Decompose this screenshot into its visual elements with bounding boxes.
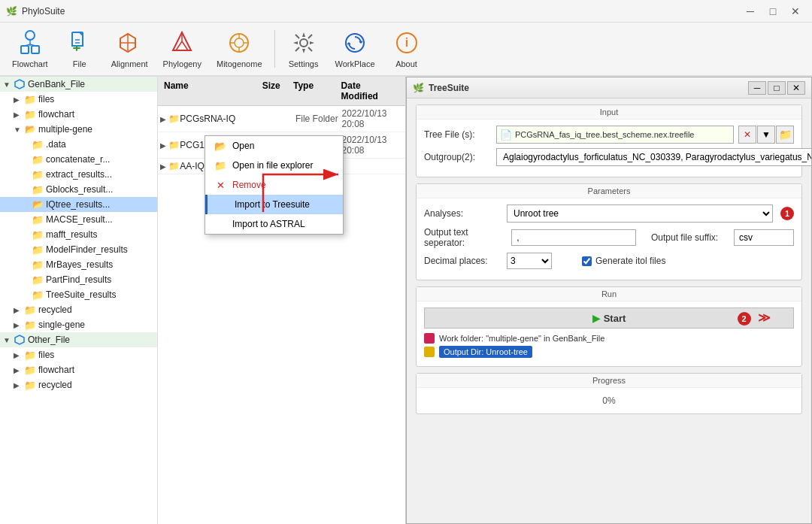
toolbar-settings[interactable]: Settings [281,25,326,73]
dialog-controls: ─ □ ✕ [748,81,805,95]
tree-item-mafft[interactable]: 📁 mafft_results [0,227,157,242]
tree-item-other-file[interactable]: ▼ Other_File [0,332,157,347]
decimal-select[interactable]: 3124 [507,253,552,269]
outgroup-label: Outgroup(2): [424,152,492,162]
tree-item-macse[interactable]: 📁 MACSE_result... [0,212,157,227]
context-remove[interactable]: ✕ Remove [205,175,343,195]
file-row-0[interactable]: ▶ 📁 PCGsRNA-IQ File Folder 2022/10/13 20… [158,106,405,132]
tree-file-dropdown[interactable]: ▼ [757,126,775,144]
tree-arrow: ▶ [14,351,24,359]
mitogenome-label: Mitogenome [217,59,262,68]
tree-item-gblocks[interactable]: 📁 Gblocks_result... [0,182,157,197]
analyses-label: Analyses: [424,208,499,219]
flowchart1-label: flowchart [38,109,74,120]
svg-line-5 [30,44,35,46]
tree-file-input[interactable]: 📄 PCGsRNA_fas_iq_tree.best_scheme.nex.tr… [496,126,734,144]
generate-itol-checkbox[interactable] [582,256,592,266]
tree-item-single-gene[interactable]: ▶ 📁 single-gene [0,317,157,332]
progress-content: 0% [417,388,801,413]
output-sep-label: Output text seperator: [424,227,504,248]
iqtree-icon: 📂 [32,198,44,211]
recycled1-label: recycled [38,304,72,315]
col-size: Size [256,79,287,103]
tree-item-flowchart1[interactable]: ▶ 📁 flowchart [0,107,157,122]
tree-item-treesuite-results[interactable]: 📁 TreeSuite_results [0,287,157,302]
tree-file-value: PCGsRNA_fas_iq_tree.best_scheme.nex.tree… [515,130,694,139]
tree-item-files1[interactable]: ▶ 📁 files [0,92,157,107]
toolbar: Flowchart File Alignment [0,23,812,77]
alignment-label: Alignment [111,59,148,68]
toolbar-mitogenome[interactable]: Mitogenome [211,25,268,73]
analyses-row: Analyses: Unroot tree 1 [424,204,794,223]
toolbar-phylogeny[interactable]: Phylogeny [157,25,208,73]
run-section: Run ▶ Start 2 ≫ Work folder: "m [416,286,802,367]
title-bar: 🌿 PhyloSuite ─ □ ✕ [0,0,812,23]
context-import-astral[interactable]: Import to ASTRAL [205,214,343,234]
files1-label: files [38,94,54,104]
title-bar-left: 🌿 PhyloSuite [6,6,65,17]
analyses-select[interactable]: Unroot tree [507,204,773,223]
svg-point-16 [235,38,244,47]
dialog-minimize[interactable]: ─ [748,81,766,95]
maximize-button[interactable]: □ [762,4,783,19]
tree-item-iqtree[interactable]: 📂 IQtree_results... [0,197,157,212]
tree-item-genbank[interactable]: ▼ GenBank_File [0,77,157,92]
concatenate-label: concatenate_r... [46,154,110,165]
tree-item-flowchart2[interactable]: ▶ 📁 flowchart [0,362,157,377]
tree-arrow: ▶ [14,366,24,374]
outgroup-row: Outgroup(2): Aglaiogyrodactylus_forficul… [424,148,794,166]
progress-section: Progress 0% [416,373,802,414]
output-suffix-input[interactable] [734,229,794,246]
decimal-label: Decimal places: [424,256,499,266]
context-open[interactable]: 📂 Open [205,136,343,156]
tree-arrow: ▼ [3,80,14,89]
dialog-maximize[interactable]: □ [768,81,786,95]
toolbar-about[interactable]: i About [384,25,429,73]
tree-item-partfind[interactable]: 📁 PartFind_results [0,272,157,287]
close-button[interactable]: ✕ [785,4,806,19]
context-menu: 📂 Open 📁 Open in file explorer ✕ Remove … [205,135,344,235]
svg-point-21 [300,39,308,47]
tree-item-recycled2[interactable]: ▶ 📁 recycled [0,377,157,392]
svg-line-4 [25,44,30,46]
treesuite-icon: 🌿 [413,83,424,93]
toolbar-flowchart[interactable]: Flowchart [6,25,54,73]
mitogenome-icon [226,29,253,56]
generate-itol-label: Generate itol files [595,256,665,266]
tree-item-extract[interactable]: 📁 extract_results... [0,167,157,182]
toolbar-separator-1 [274,30,275,68]
tree-item-data[interactable]: 📁 .data [0,137,157,152]
toolbar-file[interactable]: File [57,25,102,73]
phylogeny-label: Phylogeny [163,59,201,68]
tree-file-clear[interactable]: ✕ [738,126,756,144]
flowchart-label: Flowchart [12,59,48,68]
tree-item-concatenate[interactable]: 📁 concatenate_r... [0,152,157,167]
toolbar-workplace[interactable]: WorkPlace [329,25,381,73]
dialog-close[interactable]: ✕ [787,81,805,95]
toolbar-alignment[interactable]: Alignment [105,25,154,73]
tree-item-multiple-gene[interactable]: ▼ 📂 multiple-gene [0,122,157,137]
tree-file-browse[interactable]: 📁 [776,126,794,144]
title-bar-controls: ─ □ ✕ [740,4,806,19]
tree-item-files2[interactable]: ▶ 📁 files [0,347,157,362]
minimize-button[interactable]: ─ [740,4,761,19]
context-open-label: Open [232,141,254,151]
run-outputdir-text: Output Dir: Unroot-tree [439,346,532,358]
output-sep-input[interactable] [511,229,636,246]
run-outputdir-row: Output Dir: Unroot-tree [424,346,794,358]
svg-text:i: i [404,36,408,49]
folder-icon: 📁 [32,153,44,165]
context-import-treesuite[interactable]: Import to Treesuite [205,195,343,214]
tree-item-mrbayes[interactable]: 📁 MrBayes_results [0,257,157,272]
tree-item-modelfinder[interactable]: 📁 ModelFinder_results [0,242,157,257]
start-button-row[interactable]: ▶ Start 2 ≫ [424,307,794,329]
other-file-label: Other_File [28,335,70,345]
context-open-explorer[interactable]: 📁 Open in file explorer [205,156,343,175]
run-workfolder-text: Work folder: "multiple-gene" in GenBank_… [439,334,604,343]
folder-icon: 📁 [24,304,36,316]
input-section: Input Tree File (s): 📄 PCGsRNA_fas_iq_tr… [416,104,802,177]
gblocks-label: Gblocks_result... [46,184,113,195]
tree-item-recycled1[interactable]: ▶ 📁 recycled [0,302,157,317]
progress-value: 0% [602,395,615,406]
outgroup-select[interactable]: Aglaiogyrodactylus_forficulatus_NC_03033… [496,148,811,166]
